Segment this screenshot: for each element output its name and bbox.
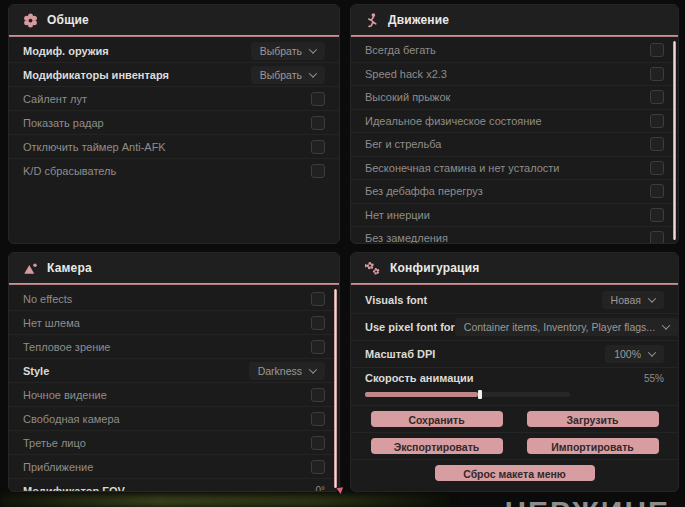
save-button[interactable]: Сохранить xyxy=(371,411,503,427)
checkbox[interactable] xyxy=(311,140,325,154)
toggle-row-always-run[interactable]: Всегда бегать xyxy=(351,39,678,62)
toggle-row-no-slowdown[interactable]: Без замедления xyxy=(351,226,678,244)
dpi-scale-dropdown[interactable]: 100% xyxy=(605,345,664,363)
toggle-row-silent-loot[interactable]: Сайлент лут xyxy=(9,86,339,110)
checkbox[interactable] xyxy=(650,184,664,198)
dropdown-row-weapon-mod: Модиф. оружия Выбрать xyxy=(9,39,339,62)
toggle-row-show-radar[interactable]: Показать радар xyxy=(9,110,339,134)
slider-fill xyxy=(365,392,478,397)
inventory-mods-dropdown[interactable]: Выбрать xyxy=(251,66,325,84)
slider-row-fov-modifier: Модификатор FOV 0° xyxy=(9,478,339,492)
slider-handle[interactable] xyxy=(478,390,482,399)
row-label: Скорость анимации xyxy=(365,372,474,384)
row-label: Нет шлема xyxy=(23,317,80,329)
panel-config-header: Конфигурация xyxy=(351,253,678,283)
checkbox[interactable] xyxy=(311,316,325,330)
visuals-font-dropdown[interactable]: Новая xyxy=(602,291,664,309)
toggle-row-anti-afk[interactable]: Отключить таймер Anti-AFK xyxy=(9,134,339,158)
toggle-row-no-inertia[interactable]: Нет инерции xyxy=(351,203,678,227)
pink-cursor-artifact xyxy=(337,485,346,494)
checkbox[interactable] xyxy=(311,460,325,474)
row-label: Модиф. оружия xyxy=(23,45,109,57)
toggle-row-kd-reset[interactable]: K/D сбрасыватель xyxy=(9,158,339,182)
panel-camera-header: Камера xyxy=(9,253,339,283)
row-label: Показать радар xyxy=(23,117,104,129)
reset-menu-layout-button[interactable]: Сброс макета меню xyxy=(435,465,595,481)
dropdown-value: Darkness xyxy=(258,365,302,377)
row-label: Высокий прыжок xyxy=(365,91,450,103)
toggle-row-night-vision[interactable]: Ночное видение xyxy=(9,382,339,406)
panel-config: Конфигурация Visuals font Новая Use pixe… xyxy=(350,252,679,492)
game-background-strip xyxy=(0,495,450,507)
row-label: Всегда бегать xyxy=(365,44,436,56)
checkbox[interactable] xyxy=(650,137,664,151)
panel-title: Конфигурация xyxy=(390,261,479,275)
chevron-down-icon xyxy=(648,294,656,302)
checkbox[interactable] xyxy=(311,164,325,178)
row-label: Use pixel font for xyxy=(365,321,455,333)
toggle-row-run-and-shoot[interactable]: Бег и стрельба xyxy=(351,132,678,156)
checkbox[interactable] xyxy=(311,92,325,106)
dropdown-value: Новая xyxy=(611,294,641,306)
panel-title: Камера xyxy=(47,261,92,275)
checkbox[interactable] xyxy=(650,43,664,57)
checkbox[interactable] xyxy=(650,208,664,222)
dropdown-row-visuals-font: Visuals font Новая xyxy=(351,287,678,313)
toggle-row-thermal-vision[interactable]: Тепловое зрение xyxy=(9,334,339,358)
vertical-scrollbar[interactable] xyxy=(673,41,676,240)
checkbox[interactable] xyxy=(311,116,325,130)
animation-speed-slider[interactable] xyxy=(365,390,570,399)
checkbox[interactable] xyxy=(650,90,664,104)
row-label: Бег и стрельба xyxy=(365,138,441,150)
checkbox[interactable] xyxy=(311,340,325,354)
panel-general: Общие Модиф. оружия Выбрать Модификаторы… xyxy=(8,4,340,244)
checkbox[interactable] xyxy=(650,231,664,244)
row-label: Приближение xyxy=(23,461,93,473)
toggle-row-speed-hack[interactable]: Speed hack x2.3 xyxy=(351,62,678,86)
checkbox[interactable] xyxy=(650,161,664,175)
toggle-row-no-overload-debuff[interactable]: Без дебаффа перегруз xyxy=(351,179,678,203)
dropdown-value: 100% xyxy=(614,348,641,360)
pixel-font-dropdown[interactable]: Container items, Inventory, Player flags… xyxy=(455,318,678,336)
row-label: K/D сбрасыватель xyxy=(23,165,116,177)
toggle-row-perfect-condition[interactable]: Идеальное физическое состояние xyxy=(351,109,678,133)
row-label: Отключить таймер Anti-AFK xyxy=(23,141,166,153)
row-label: Visuals font xyxy=(365,294,427,306)
toggle-row-infinite-stamina[interactable]: Бесконечная стамина и нет усталости xyxy=(351,156,678,180)
row-label: Бесконечная стамина и нет усталости xyxy=(365,162,560,174)
toggle-row-third-person[interactable]: Третье лицо xyxy=(9,430,339,454)
load-button[interactable]: Загрузить xyxy=(527,411,659,427)
row-label: Speed hack x2.3 xyxy=(365,68,447,80)
checkbox[interactable] xyxy=(311,388,325,402)
button-row-export-import: Экспортировать Импортировать xyxy=(351,432,678,459)
button-row-save-load: Сохранить Загрузить xyxy=(351,405,678,432)
row-label: Style xyxy=(23,365,49,377)
row-label: Нет инерции xyxy=(365,209,430,221)
row-label: Ночное видение xyxy=(23,389,107,401)
weapon-mod-dropdown[interactable]: Выбрать xyxy=(251,42,325,60)
dropdown-value: Выбрать xyxy=(260,69,302,81)
image-mountain-icon xyxy=(23,261,38,275)
checkbox[interactable] xyxy=(650,114,664,128)
dropdown-row-inventory-mods: Модификаторы инвентаря Выбрать xyxy=(9,62,339,86)
style-dropdown[interactable]: Darkness xyxy=(249,362,325,380)
chevron-down-icon xyxy=(309,69,317,77)
row-label: Идеальное физическое состояние xyxy=(365,115,542,127)
chevron-down-icon xyxy=(648,348,656,356)
export-button[interactable]: Экспортировать xyxy=(371,438,503,454)
checkbox[interactable] xyxy=(311,292,325,306)
toggle-row-zoom[interactable]: Приближение xyxy=(9,454,339,478)
row-label: Модификаторы инвентаря xyxy=(23,69,169,81)
panel-title: Общие xyxy=(47,13,89,27)
toggle-row-no-helmet[interactable]: Нет шлема xyxy=(9,310,339,334)
import-button[interactable]: Импортировать xyxy=(527,438,659,454)
vertical-scrollbar[interactable] xyxy=(334,289,337,488)
panel-title: Движение xyxy=(388,13,449,27)
checkbox[interactable] xyxy=(311,412,325,426)
toggle-row-free-camera[interactable]: Свободная камера xyxy=(9,406,339,430)
toggle-row-high-jump[interactable]: Высокий прыжок xyxy=(351,85,678,109)
toggle-row-no-effects[interactable]: No effects xyxy=(9,287,339,310)
flower-gear-icon xyxy=(23,13,38,28)
checkbox[interactable] xyxy=(311,436,325,450)
checkbox[interactable] xyxy=(650,67,664,81)
